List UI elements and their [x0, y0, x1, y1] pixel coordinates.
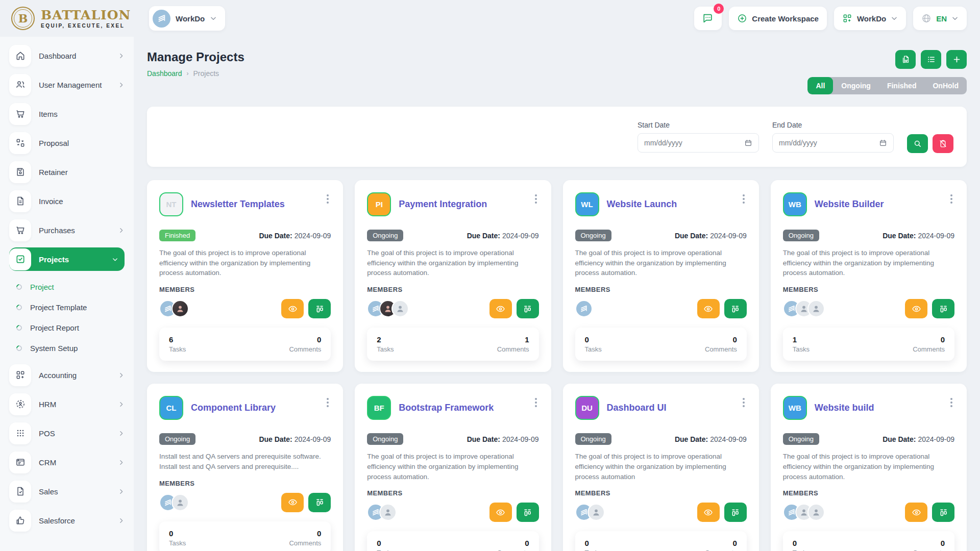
sidebar-item-label: Purchases: [39, 226, 75, 235]
view-project-button[interactable]: [281, 299, 304, 318]
chevron-right-icon: [118, 82, 125, 88]
project-progress-button[interactable]: [724, 503, 747, 522]
project-title-link[interactable]: Website build: [815, 403, 874, 413]
view-project-button[interactable]: [489, 299, 512, 318]
project-progress-button[interactable]: [517, 299, 539, 318]
filter-tab-onhold[interactable]: OnHold: [924, 77, 967, 94]
export-button[interactable]: [895, 50, 916, 69]
card-menu-button[interactable]: [533, 192, 539, 206]
person-icon: [812, 304, 821, 313]
sidebar-item-dashboard[interactable]: Dashboard: [9, 44, 125, 67]
view-project-button[interactable]: [697, 503, 720, 522]
project-progress-button[interactable]: [932, 299, 954, 318]
view-project-button[interactable]: [905, 503, 927, 522]
project-title-link[interactable]: Website Builder: [815, 199, 884, 210]
sidebar-item-crm[interactable]: CRM: [9, 450, 125, 474]
project-progress-button[interactable]: [517, 503, 539, 522]
card-stats: 0 Tasks 0 Comments: [575, 531, 747, 551]
member-avatars: [367, 504, 397, 521]
messages-button[interactable]: 0: [694, 7, 722, 30]
view-project-button[interactable]: [905, 299, 927, 318]
sidebar-subitem-system-setup[interactable]: System Setup: [16, 338, 125, 358]
card-menu-button[interactable]: [325, 192, 331, 206]
project-description: The goal of this project is to improve o…: [367, 248, 538, 278]
member-avatar-workdo: [575, 300, 593, 317]
project-progress-button[interactable]: [724, 299, 747, 318]
sidebar-item-projects[interactable]: Projects: [9, 247, 125, 271]
language-label: EN: [936, 14, 947, 23]
sidebar-item-items[interactable]: Items: [9, 102, 125, 126]
create-workspace-button[interactable]: Create Workspace: [729, 7, 827, 30]
sidebar-item-hrm[interactable]: HRM: [9, 392, 125, 416]
filter-tab-all[interactable]: All: [807, 77, 833, 94]
tasks-count: 0: [585, 539, 602, 547]
view-project-button[interactable]: [697, 299, 720, 318]
card-menu-button[interactable]: [533, 396, 539, 409]
sidebar-item-purchases[interactable]: Purchases: [9, 218, 125, 242]
project-progress-button[interactable]: [308, 299, 331, 318]
project-description: The goal of this project is to improve o…: [159, 248, 331, 278]
list-view-button[interactable]: [921, 50, 941, 69]
sidebar-subitem-project[interactable]: Project: [16, 277, 125, 297]
sidebar-item-accounting[interactable]: Accounting: [9, 363, 125, 387]
search-button[interactable]: [907, 134, 928, 153]
project-title-link[interactable]: Payment Integration: [399, 199, 487, 210]
status-badge: Finished: [159, 230, 195, 241]
members-label: MEMBERS: [783, 286, 954, 293]
project-title-link[interactable]: Newsletter Templates: [191, 199, 285, 210]
eye-icon: [912, 304, 921, 314]
card-menu-button[interactable]: [948, 192, 954, 206]
breadcrumb-dashboard-link[interactable]: Dashboard: [147, 69, 182, 78]
view-project-button[interactable]: [489, 503, 512, 522]
filter-tab-finished[interactable]: Finished: [879, 77, 925, 94]
view-project-button[interactable]: [281, 493, 304, 512]
comments-count: 1: [525, 335, 529, 344]
sidebar-item-pos[interactable]: POS: [9, 421, 125, 445]
progress-icon: [523, 508, 532, 517]
due-date-label: Due Date:: [467, 232, 500, 240]
start-date-input[interactable]: mm/dd/yyyy: [638, 133, 759, 153]
sidebar-item-icon-box: [9, 161, 31, 183]
check-square-icon: [15, 254, 26, 264]
sidebar-item-salesforce[interactable]: Salesforce: [9, 509, 125, 532]
member-avatar-user: [587, 504, 605, 521]
sidebar-subitem-project-template[interactable]: Project Template: [16, 297, 125, 317]
language-selector[interactable]: EN: [913, 7, 967, 30]
comments-label: Comments: [497, 549, 529, 551]
sidebar-item-user-management[interactable]: User Management: [9, 73, 125, 96]
project-progress-button[interactable]: [308, 493, 331, 512]
workspace-switcher[interactable]: WorkDo: [149, 6, 225, 31]
project-progress-button[interactable]: [932, 503, 954, 522]
project-title-link[interactable]: Bootstrap Framework: [399, 403, 494, 413]
end-date-input[interactable]: mm/dd/yyyy: [772, 133, 894, 153]
card-menu-button[interactable]: [948, 396, 954, 409]
project-title-link[interactable]: Dashboard UI: [607, 403, 667, 413]
card-menu-button[interactable]: [741, 396, 747, 409]
workdo-menu-label: WorkDo: [857, 14, 886, 23]
project-avatar: WB: [783, 396, 807, 420]
workdo-menu-button[interactable]: WorkDo: [834, 7, 906, 30]
due-date: Due Date: 2024-09-09: [675, 232, 747, 240]
comments-count: 0: [732, 539, 737, 547]
project-title-link[interactable]: Website Launch: [607, 199, 677, 210]
project-title-link[interactable]: Component Library: [191, 403, 276, 413]
reset-filter-button[interactable]: [933, 134, 953, 153]
sidebar-item-sales[interactable]: Sales: [9, 480, 125, 503]
sidebar-subitem-project-report[interactable]: Project Report: [16, 317, 125, 338]
due-date: Due Date: 2024-09-09: [883, 435, 954, 443]
sidebar-item-proposal[interactable]: Proposal: [9, 131, 125, 155]
sidebar-item-label: Projects: [39, 255, 69, 264]
home-icon: [15, 51, 26, 61]
progress-icon: [730, 508, 740, 517]
sidebar-item-retainer[interactable]: Retainer: [9, 160, 125, 184]
card-menu-button[interactable]: [325, 396, 331, 409]
add-project-button[interactable]: [946, 50, 967, 69]
card-stats: 6 Tasks 0 Comments: [159, 328, 331, 361]
due-date: Due Date: 2024-09-09: [467, 435, 539, 443]
person-icon: [396, 304, 405, 313]
member-avatar-user: [807, 504, 825, 521]
sidebar-item-invoice[interactable]: Invoice: [9, 189, 125, 213]
filter-tab-ongoing[interactable]: Ongoing: [833, 77, 879, 94]
retainer-icon: [15, 167, 26, 177]
card-menu-button[interactable]: [741, 192, 747, 206]
